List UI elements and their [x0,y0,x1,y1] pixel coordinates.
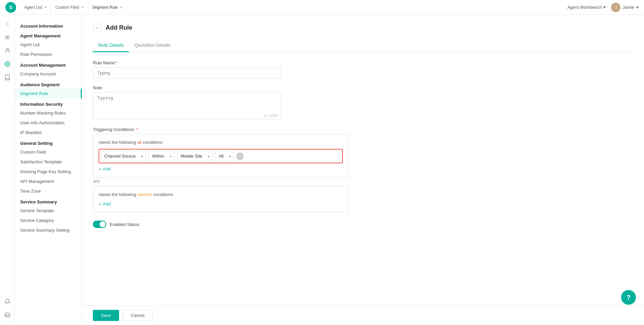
topbar-right: Agent Workbench ▾ J Jamie ▾ [567,3,639,12]
notification-icon[interactable] [1,295,13,307]
sidebar: Account Information Agent Management Age… [15,15,82,325]
operator-select[interactable]: Within [148,151,174,161]
sidebar-item-satisfaction-template[interactable]: Satisfaction Template [15,157,82,167]
condition-row-1: Channel Source ▾ Within ▾ Mobile Site ▾ [99,149,343,163]
sidebar-item-agent-list[interactable]: Agent List [15,40,82,50]
sidebar-item-time-zone[interactable]: Time Zone [15,186,82,196]
tab-custom-field[interactable]: Custom Field ✕ [51,0,88,15]
random-keyword: random [137,192,152,197]
grid-icon[interactable]: ⊞ [1,31,13,43]
footer-bar: Save Cancel [82,305,644,325]
add-label: Add [103,166,111,171]
value2-select[interactable]: All [215,151,234,161]
main-content: ← Add Rule Rule Details Quotation Detail… [82,15,644,325]
svg-point-1 [6,63,8,65]
value1-select[interactable]: Mobile Site [177,151,212,161]
sidebar-item-company-account[interactable]: Company Account [15,69,82,79]
sidebar-item-role-permission[interactable]: Role Permission [15,50,82,59]
close-icon[interactable]: ✕ [120,5,122,9]
sidebar-item-service-template[interactable]: Service Template [15,206,82,216]
page-header: ← Add Rule [93,23,633,32]
close-icon[interactable]: ✕ [44,5,47,9]
user-name: Jamie [622,5,634,10]
plus-icon: + [99,201,102,207]
topbar-left: S Agent List ✕ Custom Field ✕ Segment Ru… [5,0,127,15]
rule-name-label: Rule Name* [93,60,633,65]
tab-bar: Rule Details Quotation Details [93,39,633,52]
triggering-label: Triggering Conditions * [93,127,633,132]
sidebar-section-audience-segment: Audience Segment [15,79,82,89]
all-keyword: all [137,140,142,145]
sidebar-item-custom-field[interactable]: Custom Field [15,147,82,157]
home-icon[interactable]: ⌂ [1,18,13,30]
agent-workbench-dropdown[interactable]: Agent Workbench ▾ [567,5,606,10]
meets-random-line: meets the following random conditions [99,192,343,197]
triggering-conditions-section: Triggering Conditions * meets the follow… [93,127,633,213]
meets-all-line: meets the following all conditions [99,140,343,145]
tab-label: Segment Rule [92,5,118,10]
sidebar-section-general-setting: General Setting [15,137,82,147]
sidebar-item-number-masking[interactable]: Number Masking Rules [15,108,82,118]
sidebar-item-user-info-auth[interactable]: User-info Authorization [15,118,82,128]
random-conditions-box: meets the following random conditions + … [93,186,349,213]
book-icon[interactable] [1,71,13,84]
app-logo: S [5,2,16,13]
chevron-down-icon: ▾ [603,5,606,10]
plus-icon: + [99,166,102,172]
note-group: Note 0 / 1000 [93,85,633,120]
save-button[interactable]: Save [93,310,119,321]
rule-name-group: Rule Name* [93,60,633,78]
remove-condition-button[interactable] [236,153,244,160]
settings-icon[interactable] [1,58,13,70]
user-icon[interactable] [1,44,13,57]
tab-quotation-details[interactable]: Quotation Details [129,39,176,52]
rule-name-input[interactable] [93,67,281,78]
topbar: S Agent List ✕ Custom Field ✕ Segment Ru… [0,0,644,15]
chevron-down-icon: ▾ [636,5,639,10]
avatar: J [611,3,620,12]
svg-point-0 [6,48,8,50]
back-button[interactable]: ← [93,23,102,32]
enabled-label: Enabled Status [110,222,139,227]
sidebar-item-ip-blacklist[interactable]: IP Blacklist [15,128,82,137]
sidebar-item-service-category[interactable]: Service Category [15,216,82,225]
tab-segment-rule[interactable]: Segment Rule ✕ [88,0,127,15]
note-label: Note [93,85,633,90]
cancel-button[interactable]: Cancel [122,310,153,321]
add-condition-button[interactable]: + Add [99,166,111,172]
sidebar-section-info-security: Information Security [15,98,82,108]
add-label: Add [103,201,111,206]
sidebar-section-service-summary: Service Summary [15,196,82,206]
sidebar-section-agent-mgmt: Agent Management [15,30,82,40]
sidebar-item-service-summary-setting[interactable]: Service Summary Setting [15,225,82,235]
help-button[interactable]: ? [621,290,636,305]
add-random-condition-button[interactable]: + Add [99,201,111,207]
page-title: Add Rule [106,24,132,31]
operator-select-wrap: Within ▾ [148,151,174,161]
tab-label: Custom Field [55,5,79,10]
sidebar-item-segment-rule[interactable]: Segment Rule [15,89,82,98]
sidebar-item-docking-page[interactable]: Docking Page Key Setting [15,167,82,176]
inbox-icon[interactable] [1,309,13,321]
required-indicator: * [115,60,117,65]
user-menu[interactable]: J Jamie ▾ [611,3,639,12]
char-count: 0 / 1000 [264,113,278,118]
tab-label: Agent List [24,5,42,10]
sidebar-section-account-info: Account Information [15,20,82,30]
required-indicator: * [135,127,138,132]
toggle-thumb [100,221,106,227]
close-icon[interactable]: ✕ [81,5,84,9]
tab-rule-details[interactable]: Rule Details [93,39,129,52]
enabled-toggle[interactable] [93,221,106,228]
value2-select-wrap: All ▾ [215,151,234,161]
sidebar-item-api-management[interactable]: API Management [15,176,82,186]
icon-bar-bottom [1,295,13,321]
field-select-wrap: Channel Source ▾ [101,151,146,161]
note-textarea[interactable] [93,92,281,119]
value1-select-wrap: Mobile Site ▾ [177,151,212,161]
all-conditions-box: meets the following all conditions Chann… [93,134,349,177]
tab-agent-list[interactable]: Agent List ✕ [20,0,51,15]
field-select[interactable]: Channel Source [101,151,146,161]
sidebar-section-account-mgmt: Account Management [15,59,82,69]
agent-workbench-label: Agent Workbench [567,5,602,10]
